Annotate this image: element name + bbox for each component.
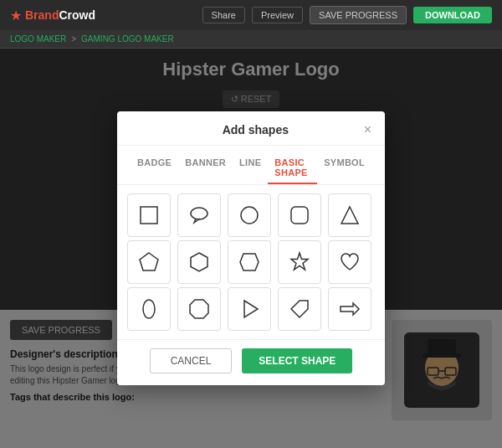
shape-speech-bubble[interactable] bbox=[177, 193, 221, 237]
svg-marker-11 bbox=[341, 207, 358, 224]
shape-grid bbox=[117, 185, 385, 339]
brand-icon: ★ bbox=[10, 8, 22, 23]
tab-badge[interactable]: BADGE bbox=[131, 152, 178, 184]
nav-right-buttons: Share Preview SAVE PROGRESS DOWNLOAD bbox=[202, 6, 492, 24]
shape-square[interactable] bbox=[127, 193, 171, 237]
shape-circle[interactable] bbox=[228, 193, 271, 237]
svg-point-9 bbox=[241, 207, 258, 224]
shape-hexagon[interactable] bbox=[177, 240, 221, 284]
svg-marker-14 bbox=[240, 254, 259, 270]
shape-star[interactable] bbox=[278, 240, 321, 284]
preview-button[interactable]: Preview bbox=[252, 7, 303, 23]
share-button[interactable]: Share bbox=[202, 7, 245, 23]
brand-name-part1: Brand bbox=[25, 8, 59, 22]
shape-tabs: BADGE BANNER LINE BASIC SHAPE SYMBOL bbox=[117, 146, 385, 185]
svg-marker-18 bbox=[244, 301, 258, 317]
nav-save-progress-button[interactable]: SAVE PROGRESS bbox=[310, 6, 407, 24]
modal-title: Add shapes bbox=[147, 123, 364, 136]
svg-point-8 bbox=[191, 208, 207, 219]
shape-pentagon[interactable] bbox=[127, 240, 171, 284]
modal-header: Add shapes × bbox=[117, 111, 385, 146]
breadcrumb-gaming-logo-maker[interactable]: GAMING LOGO MAKER bbox=[81, 34, 174, 44]
modal-close-button[interactable]: × bbox=[364, 123, 371, 136]
tab-banner[interactable]: BANNER bbox=[178, 152, 233, 184]
main-content: Hipster Gamer Logo ↺ RESET MR ADD SHAPE … bbox=[0, 49, 502, 448]
svg-point-16 bbox=[143, 300, 155, 318]
modal-footer: CANCEL SELECT SHAPE bbox=[117, 339, 385, 385]
nav-download-button[interactable]: DOWNLOAD bbox=[413, 7, 492, 23]
modal-dialog: Add shapes × BADGE BANNER LINE BASIC SHA… bbox=[117, 111, 385, 385]
shape-arrow[interactable] bbox=[328, 287, 371, 331]
svg-rect-7 bbox=[141, 207, 157, 224]
breadcrumb-logo-maker[interactable]: LOGO MAKER bbox=[10, 34, 66, 44]
tab-line[interactable]: LINE bbox=[233, 152, 268, 184]
tab-basic-shape[interactable]: BASIC SHAPE bbox=[268, 152, 317, 184]
shape-play[interactable] bbox=[228, 287, 271, 331]
svg-marker-17 bbox=[190, 300, 208, 318]
svg-marker-15 bbox=[291, 253, 308, 270]
shape-rounded-square[interactable] bbox=[278, 193, 321, 237]
svg-rect-10 bbox=[291, 207, 308, 224]
shape-heart[interactable] bbox=[328, 240, 371, 284]
svg-marker-13 bbox=[191, 253, 207, 271]
breadcrumb: LOGO MAKER > GAMING LOGO MAKER bbox=[0, 30, 502, 49]
svg-marker-12 bbox=[140, 253, 158, 270]
cancel-button[interactable]: CANCEL bbox=[150, 348, 233, 373]
modal-overlay: Add shapes × BADGE BANNER LINE BASIC SHA… bbox=[0, 49, 502, 448]
shape-hexagon2[interactable] bbox=[228, 240, 271, 284]
shape-triangle[interactable] bbox=[328, 193, 371, 237]
tab-symbol[interactable]: SYMBOL bbox=[317, 152, 371, 184]
shape-oval[interactable] bbox=[127, 287, 171, 331]
shape-octagon[interactable] bbox=[177, 287, 221, 331]
breadcrumb-separator: > bbox=[71, 34, 76, 44]
brand-logo: ★ BrandCrowd bbox=[10, 8, 95, 23]
select-shape-button[interactable]: SELECT SHAPE bbox=[242, 348, 352, 373]
top-navigation: ★ BrandCrowd Share Preview SAVE PROGRESS… bbox=[0, 0, 502, 30]
shape-tag[interactable] bbox=[278, 287, 321, 331]
brand-name-part2: Crowd bbox=[59, 8, 95, 22]
svg-marker-19 bbox=[291, 301, 308, 317]
